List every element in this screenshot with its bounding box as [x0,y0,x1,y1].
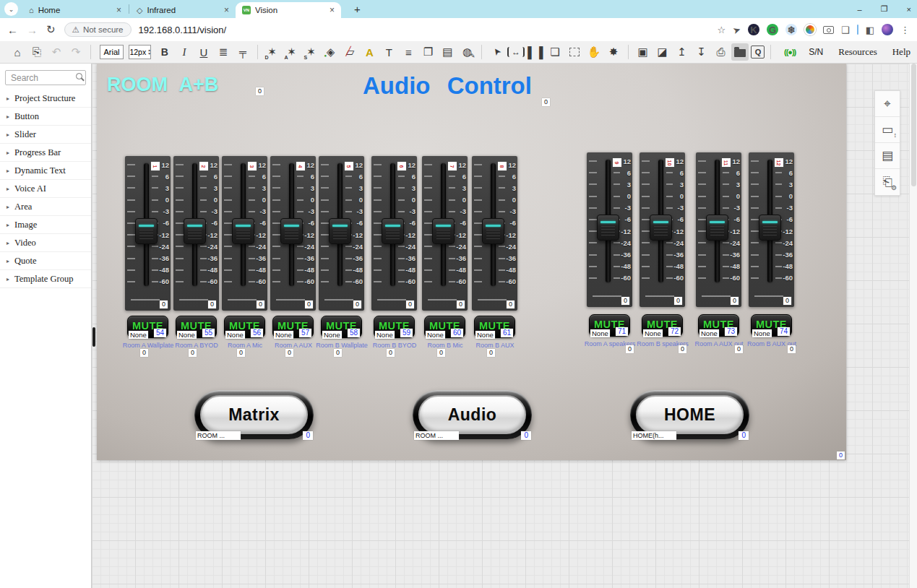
locate-target-icon[interactable]: ⌖ [875,91,900,117]
mute-none-chip[interactable]: None [752,329,772,337]
marquee-select-icon[interactable] [566,43,583,61]
fader-value-badge[interactable]: 0 [305,301,313,308]
room-title-text[interactable]: ROOM A+B [107,74,218,96]
fader-knob[interactable] [650,215,672,241]
wand-action-icon[interactable]: ✶A [283,43,300,61]
fill-bucket-icon[interactable]: ◈● [322,43,339,61]
fader-room-b-mic[interactable]: 12630-3-6-12-24-36-48-6070 [422,156,468,311]
mute-button-room-b-aux-out[interactable]: MUTENone74 [751,314,792,337]
mute-button-room-a-byod[interactable]: MUTENone55 [176,316,217,338]
sidebar-item-button[interactable]: ▸Button [0,108,91,126]
italic-button[interactable]: I [176,43,193,61]
fader-knob[interactable] [232,218,254,244]
fader-value-badge[interactable]: 0 [257,301,264,308]
stepper-down-icon[interactable]: ▾ [148,52,150,56]
undo-icon[interactable]: ↶ [48,43,65,61]
button-matrix[interactable]: MatrixROOM ...0 [194,390,314,439]
tab-close-icon[interactable]: × [224,5,229,15]
fader-room-b-wallplate[interactable]: 12630-3-6-12-24-36-48-6050 [319,156,364,311]
mute-button-room-a-aux[interactable]: MUTENone57 [272,316,314,338]
back-button[interactable]: ← [7,24,18,36]
fader-value-badge[interactable]: 0 [406,301,414,308]
ext-snowflake-icon[interactable]: ❄ [785,24,797,35]
fader-knob[interactable] [184,218,206,244]
mute-channel-badge[interactable]: 73 [725,327,737,336]
save-icon[interactable]: ⎙ [712,43,729,61]
mute-button-room-b-byod[interactable]: MUTENone59 [374,316,415,338]
fader-knob[interactable] [597,215,619,241]
sidebar-item-voice-ai[interactable]: ▸Voice AI [0,180,91,198]
fader-value-badge[interactable]: 0 [621,297,629,305]
tab-home[interactable]: ⌂Home× [22,2,128,18]
ext-grammarly-icon[interactable]: G [767,24,778,35]
fader-room-b-byod[interactable]: 12630-3-6-12-24-36-48-6060 [371,156,417,311]
mute-button-room-a-mic[interactable]: MUTENone56 [224,316,265,338]
mute-channel-badge[interactable]: 60 [451,329,463,337]
fader-knob[interactable] [280,218,303,244]
sidebar-item-quote[interactable]: ▸Quote [0,252,91,270]
tab-infrared[interactable]: ◇Infrared× [130,2,236,18]
mute-button-room-a-speakers[interactable]: MUTENone71 [589,314,630,337]
mute-button-room-b-aux[interactable]: MUTENone61 [474,316,515,338]
redo-icon[interactable]: ↷ [67,43,85,61]
maximize-button[interactable]: ❐ [881,4,888,14]
fader-knob[interactable] [482,218,504,244]
channel-badge[interactable]: 0 [285,349,293,357]
channel-badge[interactable]: 0 [237,349,245,357]
browser-logo-icon[interactable] [804,24,816,35]
sidebar-item-dynamic-text[interactable]: ▸Dynamic Text [0,162,91,180]
bookmark-star-icon[interactable]: ☆ [717,25,726,35]
fader-knob[interactable] [432,218,455,244]
splitter-handle[interactable] [92,327,95,347]
menu-kebab-icon[interactable]: ⋮ [900,25,910,35]
button-home[interactable]: HOMEHOME(h...0 [630,390,749,439]
font-color-icon[interactable]: A [361,43,378,61]
fader-knob[interactable] [329,218,351,244]
fader-value-badge[interactable]: 0 [507,301,515,308]
fader-id-badge[interactable]: 8 [498,162,507,170]
font-size-stepper[interactable]: 12px▴▾ [129,45,151,59]
globe-edit-icon[interactable]: ◍✎ [458,43,475,61]
cursor-select-icon[interactable]: ➤ [484,40,508,64]
stepper-arrows[interactable]: ▴▾ [148,48,150,56]
extensions-puzzle-icon[interactable]: ❑ [841,25,850,35]
reload-button[interactable]: ↻ [46,23,56,36]
split-screen-icon[interactable]: ◧ [866,25,874,35]
url-text[interactable]: 192.168.0.111/vision/ [139,25,227,35]
channel-badge[interactable]: 0 [788,345,796,353]
fader-value-badge[interactable]: 0 [731,297,739,305]
fader-id-badge[interactable]: 4 [296,162,305,170]
mute-none-chip[interactable]: None [129,331,148,339]
fader-value-badge[interactable]: 0 [457,301,465,308]
mute-none-chip[interactable]: None [274,331,293,339]
sidebar-item-area[interactable]: ▸Area [0,198,91,216]
button-tag-chip[interactable]: ROOM ... [196,431,241,440]
mute-channel-badge[interactable]: 54 [154,329,166,337]
fader-value-badge[interactable]: 0 [160,301,168,308]
fader-id-badge[interactable]: 7 [448,162,457,170]
sidebar-item-template-group[interactable]: ▸Template Group [0,270,91,288]
sidebar-item-progress-bar[interactable]: ▸Progress Bar [0,144,91,162]
font-family-select[interactable]: Arial [100,45,124,59]
panels-icon[interactable]: ▌▐ [527,43,544,61]
resources-menu[interactable]: Resources [838,46,877,58]
scrollbar-thumb[interactable] [911,64,916,186]
profile-avatar[interactable] [882,24,893,35]
button-audio[interactable]: AudioROOM ...0 [413,390,532,439]
fader-room-a-wallplate[interactable]: 12630-3-6-12-24-36-48-6010 [125,156,171,311]
fader-room-b-aux[interactable]: 12630-3-6-12-24-36-48-6080 [472,156,517,311]
button-badge[interactable]: 0 [303,431,313,440]
page-title-badge[interactable]: 0 [542,98,550,106]
pan-hand-icon[interactable]: ✋ [585,43,603,61]
fader-room-a-speakers[interactable]: 12630-3-6-12-24-36-48-6090 [587,152,632,307]
fader-value-badge[interactable]: 0 [783,297,791,305]
fader-room-a-aux-out[interactable]: 12630-3-6-12-24-36-48-60110 [696,152,741,307]
preview-icon[interactable]: Q [751,46,765,59]
sidebar-item-video[interactable]: ▸Video [0,234,91,252]
mute-button-room-b-speakers[interactable]: MUTENone72 [642,314,683,337]
properties-list-icon[interactable]: ▤ [875,143,900,169]
search-input[interactable] [5,70,86,85]
pages-icon[interactable]: ❐ [419,43,436,61]
omnibox[interactable]: ⚠ Not secure 192.168.0.111/vision/ [64,22,709,37]
fader-knob[interactable] [135,218,158,244]
